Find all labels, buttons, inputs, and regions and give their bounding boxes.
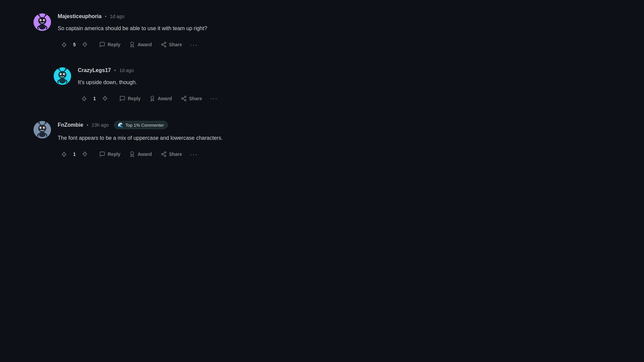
share-button[interactable]: Share bbox=[157, 149, 185, 159]
flair-badge: 🌊 Top 1% Commenter bbox=[114, 121, 168, 129]
reply-label: Reply bbox=[108, 42, 120, 47]
upvote-icon bbox=[81, 96, 87, 102]
svg-line-32 bbox=[183, 99, 184, 100]
svg-line-16 bbox=[163, 43, 164, 44]
svg-point-27 bbox=[59, 78, 66, 83]
vote-group: 1 bbox=[58, 149, 91, 159]
timestamp: 1d ago bbox=[119, 68, 134, 73]
comment-text: The font appears to be a mix of uppercas… bbox=[58, 134, 369, 142]
comment-body: FnZombie • 23h ago 🌊 Top 1% Commenter Th… bbox=[58, 121, 369, 160]
award-button[interactable]: Award bbox=[146, 94, 175, 104]
upvote-button[interactable] bbox=[78, 94, 91, 104]
comment-item: CrazyLegs17 • 1d ago It's upside down, t… bbox=[54, 67, 369, 105]
svg-point-10 bbox=[39, 24, 46, 29]
downvote-icon bbox=[102, 96, 108, 102]
svg-point-7 bbox=[38, 14, 40, 16]
svg-point-45 bbox=[131, 152, 134, 155]
comment-body: CrazyLegs17 • 1d ago It's upside down, t… bbox=[78, 67, 369, 105]
comment-actions: 1 Reply bbox=[78, 93, 369, 104]
username: Majesticeuphoria bbox=[58, 13, 102, 19]
svg-line-33 bbox=[183, 97, 184, 98]
reply-icon bbox=[99, 151, 105, 157]
reply-button[interactable]: Reply bbox=[96, 40, 124, 50]
share-icon bbox=[161, 42, 167, 48]
comment-header: Majesticeuphoria • 1d ago bbox=[58, 13, 369, 19]
timestamp: 23h ago bbox=[92, 122, 109, 128]
svg-point-29 bbox=[184, 96, 186, 98]
svg-line-15 bbox=[163, 45, 164, 46]
comment-body: Majesticeuphoria • 1d ago So captain ame… bbox=[58, 13, 369, 51]
svg-point-31 bbox=[184, 100, 186, 101]
award-button[interactable]: Award bbox=[126, 40, 155, 50]
comment-header: FnZombie • 23h ago 🌊 Top 1% Commenter bbox=[58, 121, 369, 129]
downvote-icon bbox=[82, 151, 88, 157]
award-icon bbox=[149, 96, 155, 102]
downvote-icon bbox=[82, 42, 88, 48]
svg-point-39 bbox=[44, 127, 45, 128]
flair-label: Top 1% Commenter bbox=[125, 123, 164, 128]
svg-point-12 bbox=[164, 42, 166, 44]
username: CrazyLegs17 bbox=[78, 67, 111, 73]
reply-label: Reply bbox=[108, 152, 120, 157]
avatar bbox=[34, 13, 51, 31]
vote-count: 1 bbox=[93, 96, 97, 101]
timestamp: 1d ago bbox=[110, 14, 124, 19]
award-icon bbox=[129, 42, 135, 48]
reply-icon bbox=[119, 96, 125, 102]
reply-button[interactable]: Reply bbox=[116, 94, 144, 104]
svg-point-14 bbox=[164, 46, 166, 47]
comments-container: Majesticeuphoria • 1d ago So captain ame… bbox=[0, 0, 402, 190]
downvote-button[interactable] bbox=[78, 40, 91, 50]
reply-icon bbox=[99, 42, 105, 48]
vote-count: 5 bbox=[72, 42, 76, 47]
svg-point-22 bbox=[64, 73, 65, 74]
downvote-button[interactable] bbox=[99, 94, 111, 104]
svg-point-21 bbox=[61, 73, 62, 74]
award-icon bbox=[129, 151, 135, 157]
more-button[interactable]: ··· bbox=[187, 148, 201, 160]
share-button[interactable]: Share bbox=[157, 40, 185, 50]
upvote-icon bbox=[61, 151, 67, 157]
svg-point-24 bbox=[58, 68, 60, 70]
upvote-button[interactable] bbox=[58, 149, 70, 159]
svg-line-50 bbox=[163, 153, 164, 154]
svg-point-13 bbox=[161, 44, 163, 46]
svg-point-9 bbox=[45, 14, 47, 16]
award-label: Award bbox=[138, 42, 152, 47]
downvote-button[interactable] bbox=[78, 149, 91, 159]
upvote-button[interactable] bbox=[58, 40, 70, 50]
share-label: Share bbox=[169, 42, 182, 47]
comment-header: CrazyLegs17 • 1d ago bbox=[78, 67, 369, 73]
comment-item: FnZombie • 23h ago 🌊 Top 1% Commenter Th… bbox=[34, 121, 369, 160]
more-button[interactable]: ··· bbox=[187, 39, 201, 51]
reply-button[interactable]: Reply bbox=[96, 149, 124, 159]
svg-point-47 bbox=[161, 154, 163, 155]
share-label: Share bbox=[189, 96, 202, 101]
vote-group: 5 bbox=[58, 40, 91, 50]
comment-actions: 1 Reply bbox=[58, 148, 369, 160]
award-label: Award bbox=[138, 152, 152, 157]
avatar bbox=[34, 121, 51, 138]
reply-label: Reply bbox=[128, 96, 141, 101]
vote-count: 1 bbox=[72, 152, 76, 157]
comment-text: It's upside down, though. bbox=[78, 78, 369, 87]
svg-point-11 bbox=[131, 42, 134, 45]
award-button[interactable]: Award bbox=[126, 149, 155, 159]
share-icon bbox=[181, 96, 187, 102]
avatar bbox=[54, 67, 71, 85]
share-label: Share bbox=[169, 152, 182, 157]
username: FnZombie bbox=[58, 122, 83, 128]
svg-point-38 bbox=[41, 127, 42, 128]
share-button[interactable]: Share bbox=[177, 94, 206, 104]
svg-line-49 bbox=[163, 155, 164, 156]
upvote-icon bbox=[61, 42, 67, 48]
flair-icon: 🌊 bbox=[118, 122, 123, 128]
comment-actions: 5 Reply bbox=[58, 39, 369, 51]
svg-point-48 bbox=[164, 155, 166, 157]
svg-point-41 bbox=[38, 122, 40, 123]
svg-point-46 bbox=[164, 152, 166, 154]
svg-point-43 bbox=[45, 122, 47, 123]
more-button[interactable]: ··· bbox=[208, 93, 221, 104]
share-icon bbox=[161, 151, 167, 157]
vote-group: 1 bbox=[78, 94, 111, 104]
